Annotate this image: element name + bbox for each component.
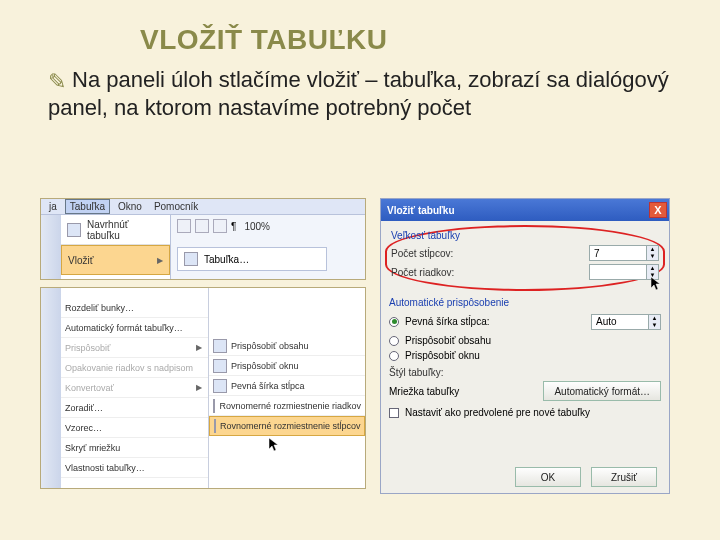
sub-label: Prispôsobiť obsahu bbox=[231, 341, 308, 351]
menu-navrhnut-label: Navrhnúť tabuľku bbox=[87, 219, 164, 241]
ctx-konvertovat[interactable]: Konvertovať▶ bbox=[61, 378, 208, 398]
ctx-label: Rozdeliť bunky… bbox=[65, 303, 134, 313]
ctx-skryt[interactable]: Skryť mriežku bbox=[61, 438, 208, 458]
ok-button[interactable]: OK bbox=[515, 467, 581, 487]
paragraph-icon[interactable]: ¶ bbox=[231, 221, 236, 232]
cols-spinner[interactable]: 7 ▲▼ bbox=[589, 245, 659, 261]
close-button[interactable]: X bbox=[649, 202, 667, 218]
distribute-cols-icon bbox=[214, 419, 216, 433]
sub-rovnriadky[interactable]: Rovnomerné rozmiestnenie riadkov bbox=[209, 396, 365, 416]
down-icon[interactable]: ▼ bbox=[647, 272, 658, 279]
menu-toolbar: Navrhnúť tabuľku Vložiť ▶ ¶ 100% Tabuľ bbox=[41, 215, 365, 279]
ctx-opakovanie: Opakovanie riadkov s nadpisom bbox=[61, 358, 208, 378]
menu-vlozit-label: Vložiť bbox=[68, 255, 93, 266]
cols-value: 7 bbox=[590, 248, 646, 259]
menubar: ja Tabuľka Okno Pomocník bbox=[41, 199, 365, 215]
ctx-label: Skryť mriežku bbox=[65, 443, 120, 453]
menu-vlozit[interactable]: Vložiť ▶ bbox=[61, 245, 170, 275]
rows-spinner[interactable]: ▲▼ bbox=[589, 264, 659, 280]
remember-checkbox[interactable] bbox=[389, 408, 399, 418]
menu-item-pomocnik[interactable]: Pomocník bbox=[150, 200, 202, 213]
radio-content-label: Prispôsobiť obsahu bbox=[405, 335, 491, 346]
cancel-button[interactable]: Zrušiť bbox=[591, 467, 657, 487]
menu-item-tabulka[interactable]: Tabuľka bbox=[65, 199, 110, 214]
sub-pevna[interactable]: Pevná šírka stĺpca bbox=[209, 376, 365, 396]
menu-item-0[interactable]: ja bbox=[45, 200, 61, 213]
group-size: Veľkosť tabuľky bbox=[391, 230, 659, 241]
submenu-label: Tabuľka… bbox=[204, 254, 249, 265]
screenshot-insert-table-dialog: Vložiť tabuľku X Veľkosť tabuľky Počet s… bbox=[380, 198, 670, 494]
autoformat-button[interactable]: Automatický formát… bbox=[543, 381, 661, 401]
style-label: Štýl tabuľky: bbox=[389, 367, 661, 378]
ctx-label: Prispôsobiť bbox=[65, 343, 110, 353]
radio-content[interactable] bbox=[389, 336, 399, 346]
up-icon[interactable]: ▲ bbox=[647, 246, 658, 253]
toolbar-icon-2[interactable] bbox=[195, 219, 209, 233]
radio-fixed[interactable] bbox=[389, 317, 399, 327]
highlight-ring: Veľkosť tabuľky Počet stĺpcov: 7 ▲▼ Poče… bbox=[385, 225, 665, 291]
menu-right: ¶ 100% Tabuľka… bbox=[171, 215, 365, 279]
ctx-label: Opakovanie riadkov s nadpisom bbox=[65, 363, 193, 373]
ctx-label: Automatický formát tabuľky… bbox=[65, 323, 183, 333]
body-text: ✎Na paneli úloh stlačíme vložiť – tabuľk… bbox=[0, 66, 720, 121]
autofit-window-icon bbox=[213, 359, 227, 373]
sub-label: Pevná šírka stĺpca bbox=[231, 381, 305, 391]
ctx-label: Vzorec… bbox=[65, 423, 102, 433]
zoom-value[interactable]: 100% bbox=[244, 221, 270, 232]
distribute-rows-icon bbox=[213, 399, 215, 413]
ctx-vlastnosti[interactable]: Vlastnosti tabuľky… bbox=[61, 458, 208, 478]
up-icon[interactable]: ▲ bbox=[649, 315, 660, 322]
context-main: Rozdeliť bunky… Automatický formát tabuľ… bbox=[61, 288, 209, 488]
figures-container: ja Tabuľka Okno Pomocník Navrhnúť tabuľk… bbox=[40, 198, 684, 498]
pencil-icon bbox=[67, 223, 81, 237]
sub-label: Rovnomerné rozmiestnenie riadkov bbox=[219, 401, 361, 411]
ctx-rozdelit[interactable]: Rozdeliť bunky… bbox=[61, 298, 208, 318]
down-icon[interactable]: ▼ bbox=[649, 322, 660, 329]
ctx-label: Zoradiť… bbox=[65, 403, 103, 413]
radio-window[interactable] bbox=[389, 351, 399, 361]
ctx-prisposobit[interactable]: Prispôsobiť▶ bbox=[61, 338, 208, 358]
cols-label: Počet stĺpcov: bbox=[391, 248, 453, 259]
dialog-titlebar: Vložiť tabuľku X bbox=[381, 199, 669, 221]
menu-navrhnut[interactable]: Navrhnúť tabuľku bbox=[61, 215, 170, 245]
sub-rovnstlpce[interactable]: Rovnomerné rozmiestnenie stĺpcov bbox=[209, 416, 365, 436]
slide-title: VLOŽIŤ TABUĽKU bbox=[0, 0, 720, 66]
chevron-right-icon: ▶ bbox=[196, 343, 202, 352]
up-icon[interactable]: ▲ bbox=[647, 265, 658, 272]
ctx-zoradit[interactable]: Zoradiť… bbox=[61, 398, 208, 418]
style-value: Mriežka tabuľky bbox=[389, 386, 459, 397]
submenu-tabulka[interactable]: Tabuľka… bbox=[177, 247, 327, 271]
menu-dropdown: Navrhnúť tabuľku Vložiť ▶ bbox=[61, 215, 171, 279]
remember-label: Nastaviť ako predvolené pre nové tabuľky bbox=[405, 407, 590, 418]
radio-window-label: Prispôsobiť oknu bbox=[405, 350, 480, 361]
sub-label: Rovnomerné rozmiestnenie stĺpcov bbox=[220, 421, 361, 431]
bullet-icon: ✎ bbox=[48, 68, 66, 96]
toolbar-icon-3[interactable] bbox=[213, 219, 227, 233]
fixed-width-spinner[interactable]: Auto ▲▼ bbox=[591, 314, 661, 330]
dialog-title: Vložiť tabuľku bbox=[387, 205, 455, 216]
chevron-right-icon: ▶ bbox=[196, 383, 202, 392]
group-autofit: Automatické prispôsobenie bbox=[389, 297, 661, 308]
ctx-autofmt[interactable]: Automatický formát tabuľky… bbox=[61, 318, 208, 338]
autofit-content-icon bbox=[213, 339, 227, 353]
table-icon bbox=[184, 252, 198, 266]
screenshot-menu: ja Tabuľka Okno Pomocník Navrhnúť tabuľk… bbox=[40, 198, 366, 280]
sub-prisokno[interactable]: Prispôsobiť oknu bbox=[209, 356, 365, 376]
menu-item-okno[interactable]: Okno bbox=[114, 200, 146, 213]
body-paragraph: Na paneli úloh stlačíme vložiť – tabuľka… bbox=[48, 67, 669, 120]
fixed-width-icon bbox=[213, 379, 227, 393]
context-submenu: Prispôsobiť obsahu Prispôsobiť oknu Pevn… bbox=[209, 288, 365, 488]
sub-prisobsah[interactable]: Prispôsobiť obsahu bbox=[209, 336, 365, 356]
ctx-vzorec[interactable]: Vzorec… bbox=[61, 418, 208, 438]
rows-label: Počet riadkov: bbox=[391, 267, 454, 278]
down-icon[interactable]: ▼ bbox=[647, 253, 658, 260]
ctx-label: Vlastnosti tabuľky… bbox=[65, 463, 145, 473]
ctx-label: Konvertovať bbox=[65, 383, 114, 393]
toolbar-icon-1[interactable] bbox=[177, 219, 191, 233]
menu-gutter bbox=[41, 215, 61, 279]
chevron-right-icon: ▶ bbox=[157, 256, 163, 265]
radio-fixed-label: Pevná šírka stĺpca: bbox=[405, 316, 489, 327]
sub-label: Prispôsobiť oknu bbox=[231, 361, 298, 371]
context-gutter bbox=[41, 288, 61, 488]
fixed-width-value: Auto bbox=[592, 316, 648, 327]
